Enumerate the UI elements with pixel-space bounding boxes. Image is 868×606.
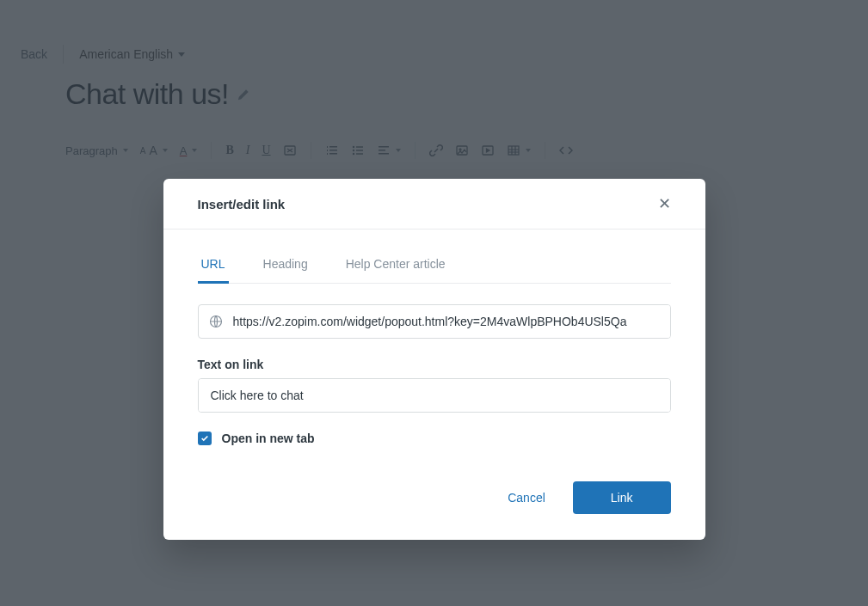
modal-header: Insert/edit link ✕: [163, 179, 705, 230]
close-icon[interactable]: ✕: [658, 196, 671, 211]
tab-help-center[interactable]: Help Center article: [342, 250, 449, 284]
text-on-link-label: Text on link: [198, 358, 671, 371]
open-new-tab-checkbox[interactable]: [198, 432, 212, 445]
modal-title: Insert/edit link: [198, 197, 286, 211]
link-tabs: URL Heading Help Center article: [198, 250, 671, 284]
url-input-wrap: [198, 304, 671, 339]
tab-url[interactable]: URL: [198, 250, 229, 284]
modal-footer: Cancel Link: [163, 461, 705, 540]
insert-link-modal: Insert/edit link ✕ URL Heading Help Cent…: [163, 179, 705, 540]
modal-body: URL Heading Help Center article Text on …: [163, 230, 705, 461]
url-input[interactable]: [233, 305, 670, 338]
cancel-button[interactable]: Cancel: [501, 482, 552, 513]
open-new-tab-label: Open in new tab: [222, 432, 315, 445]
text-input-wrap: [198, 378, 671, 413]
modal-overlay: Insert/edit link ✕ URL Heading Help Cent…: [0, 0, 868, 606]
open-new-tab-row: Open in new tab: [198, 432, 671, 445]
link-button[interactable]: Link: [573, 481, 671, 514]
link-text-input[interactable]: [199, 379, 670, 412]
globe-icon: [199, 315, 233, 328]
tab-heading[interactable]: Heading: [260, 250, 311, 284]
